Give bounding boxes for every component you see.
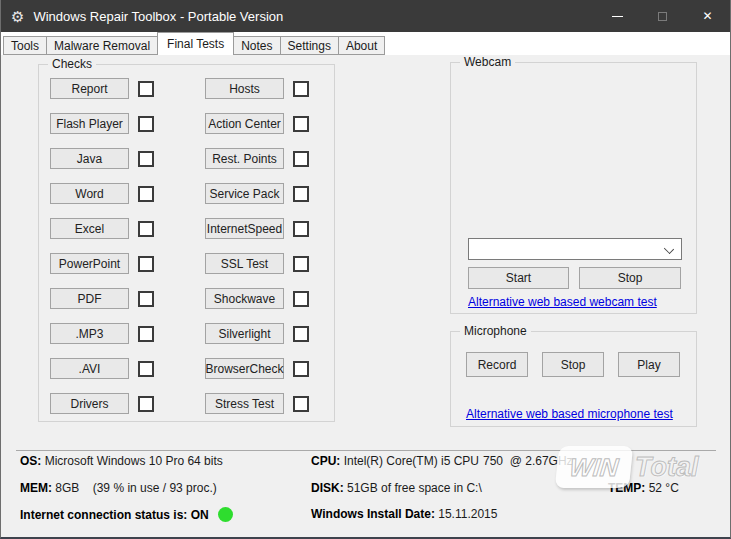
ssl-test-button[interactable]: SSL Test bbox=[205, 253, 284, 274]
word-button[interactable]: Word bbox=[50, 183, 129, 204]
check-row-ssl-test: SSL Test bbox=[205, 253, 309, 274]
wintotal-watermark-total: Total bbox=[635, 452, 699, 483]
check-row-stress-test: Stress Test bbox=[205, 393, 309, 414]
tab-settings[interactable]: Settings bbox=[280, 36, 339, 55]
check-row-browsercheck: BrowserCheck bbox=[205, 358, 309, 379]
action-center-button[interactable]: Action Center bbox=[205, 113, 284, 134]
internet-status-dot-icon bbox=[218, 507, 233, 522]
rest-points-button[interactable]: Rest. Points bbox=[205, 148, 284, 169]
pdf-button[interactable]: PDF bbox=[50, 288, 129, 309]
tab-tools[interactable]: Tools bbox=[3, 36, 47, 55]
pdf-checkbox[interactable] bbox=[138, 291, 154, 307]
tab-final-tests[interactable]: Final Tests bbox=[157, 32, 234, 55]
report-button[interactable]: Report bbox=[50, 78, 129, 99]
microphone-play-button[interactable]: Play bbox=[618, 352, 680, 377]
avi-checkbox[interactable] bbox=[138, 361, 154, 377]
temp-value: 52 °C bbox=[649, 481, 679, 495]
microphone-alternative-test-link[interactable]: Alternative web based microphone test bbox=[466, 407, 673, 421]
webcam-device-select[interactable] bbox=[468, 238, 682, 260]
microphone-group: Microphone Record Stop Play Alternative … bbox=[450, 331, 697, 427]
browsercheck-button[interactable]: BrowserCheck bbox=[205, 358, 284, 379]
webcam-alternative-test-link[interactable]: Alternative web based webcam test bbox=[468, 295, 657, 309]
microphone-group-title: Microphone bbox=[460, 324, 531, 338]
microphone-record-button[interactable]: Record bbox=[466, 352, 528, 377]
minimize-icon bbox=[612, 16, 623, 17]
java-checkbox[interactable] bbox=[138, 151, 154, 167]
check-row-avi: .AVI bbox=[50, 358, 154, 379]
check-row-report: Report bbox=[50, 78, 154, 99]
check-row-flash-player: Flash Player bbox=[50, 113, 154, 134]
service-pack-button[interactable]: Service Pack bbox=[205, 183, 284, 204]
action-center-checkbox[interactable] bbox=[293, 116, 309, 132]
webcam-group: Webcam Start Stop Alternative web based … bbox=[450, 62, 697, 314]
os-status: OS: Microsoft Windows 10 Pro 64 bits bbox=[20, 454, 223, 468]
excel-checkbox[interactable] bbox=[138, 221, 154, 237]
tab-about[interactable]: About bbox=[338, 36, 385, 55]
mem-label: MEM: bbox=[20, 481, 52, 495]
word-checkbox[interactable] bbox=[138, 186, 154, 202]
tab-strip: Tools Malware Removal Final Tests Notes … bbox=[1, 32, 730, 55]
webcam-group-title: Webcam bbox=[460, 55, 515, 69]
drivers-button[interactable]: Drivers bbox=[50, 393, 129, 414]
drivers-checkbox[interactable] bbox=[138, 396, 154, 412]
check-row-action-center: Action Center bbox=[205, 113, 309, 134]
stress-test-checkbox[interactable] bbox=[293, 396, 309, 412]
internet-status: Internet connection status is: ON bbox=[20, 507, 233, 522]
temp-status: TEMP: 52 °C bbox=[608, 481, 679, 495]
webcam-start-button[interactable]: Start bbox=[468, 267, 569, 289]
powerpoint-checkbox[interactable] bbox=[138, 256, 154, 272]
silverlight-button[interactable]: Silverlight bbox=[205, 323, 284, 344]
close-button[interactable]: ✕ bbox=[685, 0, 730, 32]
check-row-pdf: PDF bbox=[50, 288, 154, 309]
hosts-checkbox[interactable] bbox=[293, 81, 309, 97]
disk-label: DISK: bbox=[311, 481, 344, 495]
chevron-down-icon bbox=[664, 244, 674, 254]
check-row-drivers: Drivers bbox=[50, 393, 154, 414]
ssl-test-checkbox[interactable] bbox=[293, 256, 309, 272]
excel-button[interactable]: Excel bbox=[50, 218, 129, 239]
disk-status: DISK: 51GB of free space in C:\ bbox=[311, 481, 482, 495]
check-row-word: Word bbox=[50, 183, 154, 204]
mem-status: MEM: 8GB (39 % in use / 93 proc.) bbox=[20, 481, 217, 495]
webcam-stop-button[interactable]: Stop bbox=[579, 267, 681, 289]
stress-test-button[interactable]: Stress Test bbox=[205, 393, 284, 414]
check-row-silverlight: Silverlight bbox=[205, 323, 309, 344]
mp3-checkbox[interactable] bbox=[138, 326, 154, 342]
report-checkbox[interactable] bbox=[138, 81, 154, 97]
caption-buttons: ✕ bbox=[595, 0, 730, 32]
browsercheck-checkbox[interactable] bbox=[293, 361, 309, 377]
minimize-button[interactable] bbox=[595, 0, 640, 32]
mem-value: 8GB bbox=[55, 481, 79, 495]
status-separator bbox=[16, 450, 716, 451]
app-window: ⚙ Windows Repair Toolbox - Portable Vers… bbox=[0, 0, 731, 539]
service-pack-checkbox[interactable] bbox=[293, 186, 309, 202]
check-row-shockwave: Shockwave bbox=[205, 288, 309, 309]
checks-group: Checks Report Flash Player Java Word Exc… bbox=[38, 64, 335, 422]
check-row-service-pack: Service Pack bbox=[205, 183, 309, 204]
shockwave-button[interactable]: Shockwave bbox=[205, 288, 284, 309]
rest-points-checkbox[interactable] bbox=[293, 151, 309, 167]
tab-notes[interactable]: Notes bbox=[233, 36, 280, 55]
flash-player-checkbox[interactable] bbox=[138, 116, 154, 132]
silverlight-checkbox[interactable] bbox=[293, 326, 309, 342]
internet-status-label: Internet connection status is: bbox=[20, 508, 187, 522]
shockwave-checkbox[interactable] bbox=[293, 291, 309, 307]
os-value: Microsoft Windows 10 Pro 64 bits bbox=[45, 454, 223, 468]
check-row-rest-points: Rest. Points bbox=[205, 148, 309, 169]
internetspeed-checkbox[interactable] bbox=[293, 221, 309, 237]
microphone-stop-button[interactable]: Stop bbox=[542, 352, 604, 377]
cpu-value: Intel(R) Core(TM) i5 CPU bbox=[344, 454, 479, 468]
os-label: OS: bbox=[20, 454, 41, 468]
tab-malware-removal[interactable]: Malware Removal bbox=[46, 36, 158, 55]
cpu-status: CPU: Intel(R) Core(TM) i5 CPU bbox=[311, 454, 479, 468]
flash-player-button[interactable]: Flash Player bbox=[50, 113, 129, 134]
java-button[interactable]: Java bbox=[50, 148, 129, 169]
maximize-button bbox=[640, 0, 685, 32]
internetspeed-button[interactable]: InternetSpeed bbox=[205, 218, 284, 239]
mp3-button[interactable]: .MP3 bbox=[50, 323, 129, 344]
check-row-hosts: Hosts bbox=[205, 78, 309, 99]
powerpoint-button[interactable]: PowerPoint bbox=[50, 253, 129, 274]
avi-button[interactable]: .AVI bbox=[50, 358, 129, 379]
mem-detail: (39 % in use / 93 proc.) bbox=[93, 481, 217, 495]
hosts-button[interactable]: Hosts bbox=[205, 78, 284, 99]
